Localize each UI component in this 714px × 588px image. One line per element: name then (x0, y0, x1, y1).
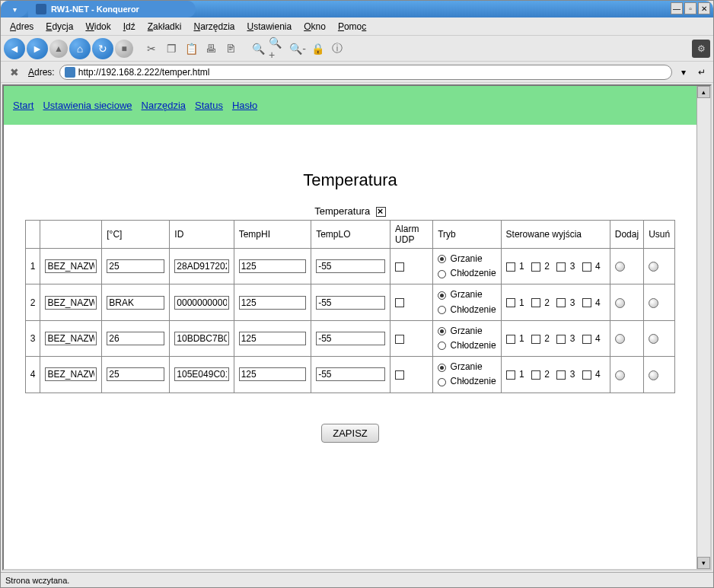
radio-cool[interactable] (438, 306, 446, 314)
add-button[interactable] (615, 334, 625, 344)
output-checkbox-3[interactable] (556, 262, 566, 272)
zoom-in-button[interactable]: 🔍+ (269, 40, 287, 58)
print-button[interactable]: 🖶 (202, 40, 220, 58)
menu-item[interactable]: Ustawienia (243, 20, 297, 33)
menu-item[interactable]: Idź (119, 20, 140, 33)
radio-heat[interactable] (438, 364, 446, 372)
add-button[interactable] (615, 262, 625, 272)
delete-button[interactable] (649, 262, 658, 272)
scroll-down-button[interactable]: ▾ (697, 557, 710, 569)
output-checkbox-4[interactable] (582, 298, 591, 307)
templo-input[interactable] (316, 259, 385, 273)
degc-input[interactable] (107, 259, 164, 273)
alarm-checkbox[interactable] (395, 335, 404, 344)
nav-link[interactable]: Start (13, 100, 33, 111)
id-input[interactable] (174, 296, 228, 310)
output-checkbox-3[interactable] (556, 335, 566, 344)
go-button[interactable]: ↵ (695, 65, 709, 79)
name-input[interactable] (45, 332, 97, 345)
delete-button[interactable] (649, 334, 658, 344)
name-input[interactable] (45, 296, 97, 310)
menu-item[interactable]: Adres (5, 20, 38, 33)
radio-cool[interactable] (438, 378, 446, 386)
settings-button[interactable]: ⚙ (692, 40, 710, 58)
output-checkbox-3[interactable] (556, 298, 566, 307)
minimize-button[interactable]: — (671, 2, 683, 14)
print-preview-button[interactable]: 🖹 (222, 40, 240, 58)
templo-input[interactable] (316, 367, 385, 381)
home-button[interactable]: ⌂ (69, 38, 91, 59)
temphi-input[interactable] (239, 367, 307, 381)
stop-button[interactable]: ■ (115, 40, 133, 58)
output-checkbox-2[interactable] (531, 335, 540, 344)
name-input[interactable] (45, 259, 97, 273)
close-button[interactable]: ✕ (698, 2, 710, 14)
forward-button[interactable]: ► (27, 38, 48, 59)
cut-button[interactable]: ✂ (142, 40, 161, 58)
output-checkbox-2[interactable] (531, 262, 540, 272)
titlebar-menu-button[interactable]: ▾ (1, 1, 28, 17)
templo-input[interactable] (316, 332, 385, 345)
menu-item[interactable]: Edycja (41, 20, 78, 33)
clear-location-button[interactable]: ✖ (5, 63, 24, 81)
output-checkbox-2[interactable] (531, 370, 540, 380)
info-button[interactable]: ⓘ (328, 40, 346, 58)
menu-item[interactable]: Zakładki (143, 20, 186, 33)
delete-button[interactable] (649, 298, 658, 308)
security-button[interactable]: 🔒 (308, 40, 327, 58)
degc-input[interactable] (107, 332, 164, 345)
output-checkbox-4[interactable] (582, 370, 591, 380)
nav-link[interactable]: Narzędzia (142, 100, 186, 111)
reload-button[interactable]: ↻ (92, 38, 113, 59)
save-button[interactable]: ZAPISZ (321, 424, 379, 443)
id-input[interactable] (174, 259, 228, 273)
radio-heat[interactable] (438, 255, 446, 263)
alarm-checkbox[interactable] (395, 262, 404, 272)
degc-input[interactable] (107, 296, 164, 310)
temphi-input[interactable] (239, 332, 307, 345)
output-checkbox-1[interactable] (506, 335, 515, 344)
maximize-button[interactable]: ▫ (684, 2, 696, 14)
up-button[interactable]: ▲ (49, 40, 68, 58)
scroll-track[interactable] (697, 98, 710, 557)
output-checkbox-4[interactable] (582, 335, 591, 344)
zoom-out-button[interactable]: 🔍- (288, 40, 307, 58)
output-checkbox-1[interactable] (506, 370, 515, 380)
degc-input[interactable] (107, 367, 164, 381)
scroll-up-button[interactable]: ▴ (697, 86, 710, 98)
radio-heat[interactable] (438, 327, 446, 335)
vertical-scrollbar[interactable]: ▴ ▾ (696, 86, 710, 569)
radio-cool[interactable] (438, 270, 446, 278)
output-checkbox-1[interactable] (506, 298, 515, 307)
output-checkbox-1[interactable] (506, 262, 515, 272)
find-button[interactable]: 🔍 (249, 40, 267, 58)
id-input[interactable] (174, 332, 228, 345)
nav-link[interactable]: Hasło (232, 100, 257, 111)
address-dropdown-button[interactable]: ▾ (677, 65, 690, 79)
temphi-input[interactable] (239, 259, 307, 273)
name-input[interactable] (45, 367, 97, 381)
add-button[interactable] (615, 298, 625, 308)
caption-checkbox[interactable] (376, 207, 386, 217)
menu-item[interactable]: Narzędzia (189, 20, 239, 33)
add-button[interactable] (615, 370, 625, 380)
menu-item[interactable]: Widok (81, 20, 115, 33)
back-button[interactable]: ◄ (4, 38, 25, 59)
templo-input[interactable] (316, 296, 385, 310)
menu-item[interactable]: Okno (299, 20, 330, 33)
output-checkbox-2[interactable] (531, 298, 540, 307)
copy-button[interactable]: ❐ (162, 40, 180, 58)
paste-button[interactable]: 📋 (182, 40, 200, 58)
alarm-checkbox[interactable] (395, 370, 404, 380)
address-input[interactable] (78, 67, 667, 78)
nav-link[interactable]: Status (195, 100, 223, 111)
temphi-input[interactable] (239, 296, 307, 310)
menu-item[interactable]: Pomoc (333, 20, 371, 33)
output-checkbox-4[interactable] (582, 262, 591, 272)
radio-heat[interactable] (438, 291, 446, 300)
radio-cool[interactable] (438, 342, 446, 350)
id-input[interactable] (174, 367, 228, 381)
output-checkbox-3[interactable] (556, 370, 566, 380)
delete-button[interactable] (649, 370, 658, 380)
alarm-checkbox[interactable] (395, 298, 404, 307)
